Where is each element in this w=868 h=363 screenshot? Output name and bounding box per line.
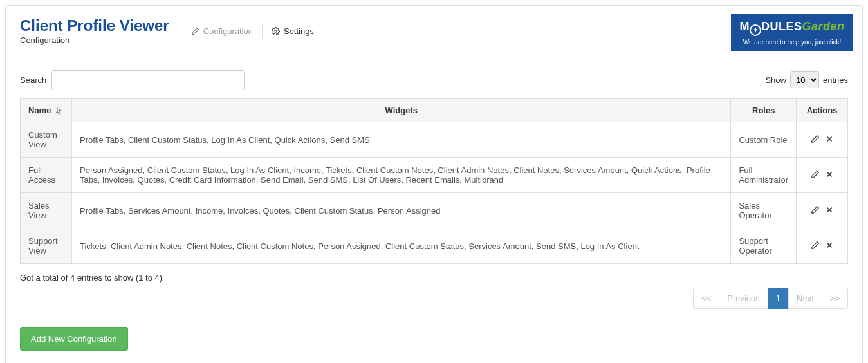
cell-name: Support View (21, 228, 72, 264)
page-current[interactable]: 1 (768, 288, 789, 309)
pagination: << Previous 1 Next >> (20, 288, 848, 309)
cell-name: Sales View (21, 193, 72, 228)
delete-icon[interactable] (825, 241, 834, 250)
globe-icon: ✦ (750, 24, 761, 36)
show-entries: Show 10 entries (765, 71, 848, 88)
controls-row: Search Show 10 entries (20, 70, 848, 89)
table-summary: Got a total of 4 entries to show (1 to 4… (20, 273, 848, 283)
col-label: Name (28, 106, 51, 115)
tab-settings[interactable]: Settings (263, 23, 323, 40)
search-wrap: Search (20, 70, 245, 89)
page-title: Client Profile Viewer (20, 17, 169, 34)
title-block: Client Profile Viewer Configuration (20, 17, 169, 45)
panel-body: Search Show 10 entries Name (6, 57, 862, 363)
cell-name: Full Access (21, 158, 72, 193)
col-actions: Actions (797, 99, 848, 122)
page-next[interactable]: Next (788, 288, 822, 309)
cell-widgets: Profile Tabs, Client Custom Status, Log … (72, 122, 731, 158)
edit-icon[interactable] (811, 241, 820, 250)
tab-configuration[interactable]: Configuration (182, 23, 262, 40)
cell-name: Custom View (21, 122, 72, 158)
table-row: Full AccessPerson Assigned, Client Custo… (21, 158, 848, 193)
data-table: Name Widgets Roles Actions Custom ViewPr… (20, 98, 848, 264)
cell-roles: Support Operator (731, 228, 797, 264)
col-widgets[interactable]: Widgets (72, 99, 731, 122)
cell-actions (797, 228, 848, 264)
edit-icon[interactable] (811, 205, 820, 214)
search-input[interactable] (51, 70, 245, 89)
cell-widgets: Profile Tabs, Services Amount, Income, I… (72, 193, 731, 228)
cell-widgets: Tickets, Client Admin Notes, Client Note… (72, 228, 731, 264)
col-label: Roles (752, 106, 775, 115)
col-name[interactable]: Name (21, 99, 72, 122)
pencil-icon (191, 27, 199, 35)
show-suffix: entries (823, 75, 848, 85)
add-configuration-button[interactable]: Add New Configuration (20, 327, 128, 351)
show-prefix: Show (765, 75, 786, 85)
edit-icon[interactable] (811, 170, 820, 179)
brand-logo: M✦DULESGarden (737, 20, 847, 36)
table-row: Custom ViewProfile Tabs, Client Custom S… (21, 122, 848, 158)
svg-point-0 (275, 30, 277, 32)
col-label: Widgets (385, 106, 417, 115)
brand-text: Garden (802, 20, 844, 33)
cell-actions (797, 158, 848, 193)
page-subtitle: Configuration (20, 35, 169, 45)
page-last[interactable]: >> (822, 288, 848, 309)
cell-widgets: Person Assigned, Client Custom Status, L… (72, 158, 731, 193)
delete-icon[interactable] (825, 135, 834, 144)
cell-roles: Sales Operator (731, 193, 797, 228)
show-select[interactable]: 10 (790, 71, 819, 88)
table-row: Sales ViewProfile Tabs, Services Amount,… (21, 193, 848, 228)
brand-box[interactable]: M✦DULESGarden We are here to help you, j… (731, 14, 853, 51)
col-roles[interactable]: Roles (731, 99, 797, 122)
delete-icon[interactable] (825, 205, 834, 214)
table-row: Support ViewTickets, Client Admin Notes,… (21, 228, 848, 264)
cell-roles: Full Administrator (731, 158, 797, 193)
page-previous[interactable]: Previous (719, 288, 768, 309)
tab-label: Configuration (203, 26, 253, 36)
search-label: Search (20, 75, 46, 85)
panel-header: Client Profile Viewer Configuration Conf… (6, 6, 862, 57)
cell-roles: Custom Role (731, 122, 797, 158)
cell-actions (797, 193, 848, 228)
col-label: Actions (807, 106, 838, 115)
gear-icon (272, 27, 280, 35)
brand-tagline: We are here to help you, just click! (737, 39, 847, 46)
cell-actions (797, 122, 848, 158)
delete-icon[interactable] (825, 170, 834, 179)
sort-icon (56, 107, 62, 115)
tab-label: Settings (284, 26, 314, 36)
brand-text: M (739, 20, 750, 33)
edit-icon[interactable] (811, 135, 820, 144)
main-panel: Client Profile Viewer Configuration Conf… (5, 5, 863, 363)
brand-text: DULES (761, 20, 802, 33)
page-first[interactable]: << (693, 288, 719, 309)
tabs: Configuration Settings (182, 23, 323, 40)
